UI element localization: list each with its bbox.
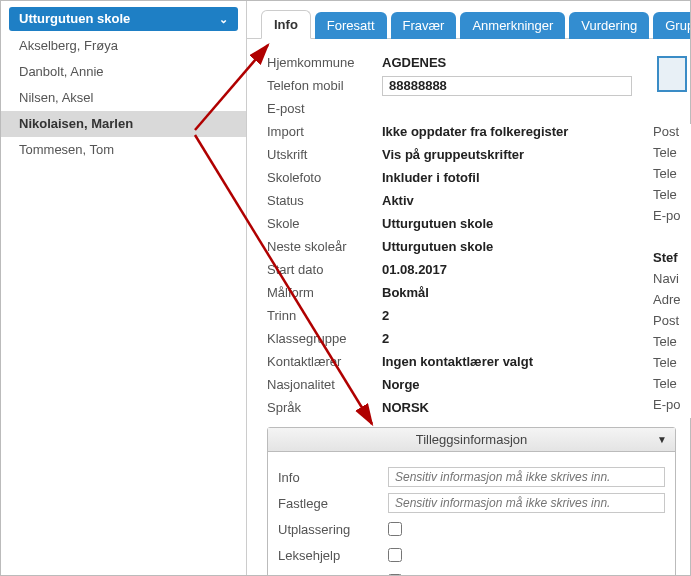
- right-edge-labels: PostTeleTeleTeleE-poStefNaviAdrePostTele…: [649, 124, 691, 418]
- right-cutoff-label: Tele: [649, 187, 691, 208]
- value-start-dato: 01.08.2017: [382, 262, 447, 277]
- chevron-down-icon: ⌄: [219, 7, 228, 31]
- student-item[interactable]: Nilsen, Aksel: [1, 85, 246, 111]
- label-acc-utplassering: Utplassering: [278, 522, 388, 537]
- label-skole: Skole: [267, 216, 382, 231]
- tab-content-info: Hjemkommune AGDENES Telefon mobil E-post…: [247, 39, 690, 575]
- student-item[interactable]: Nikolaisen, Marlen: [1, 111, 246, 137]
- tab-info[interactable]: Info: [261, 10, 311, 39]
- label-klassegruppe: Klassegruppe: [267, 331, 382, 346]
- input-acc-fastlege[interactable]: [388, 493, 665, 513]
- accordion-tillegg: Tilleggsinformasjon ▼ Info Fastlege Utpl…: [267, 427, 676, 575]
- label-malform: Målform: [267, 285, 382, 300]
- label-telefon-mobil: Telefon mobil: [267, 78, 382, 93]
- label-nasjonalitet: Nasjonalitet: [267, 377, 382, 392]
- student-item[interactable]: Tommesen, Tom: [1, 137, 246, 163]
- label-start-dato: Start dato: [267, 262, 382, 277]
- checkbox-utplassering[interactable]: [388, 522, 402, 536]
- right-cutoff-label: Tele: [649, 376, 691, 397]
- right-cutoff-label: Post: [649, 313, 691, 334]
- value-neste-skolear: Utturgutuen skole: [382, 239, 493, 254]
- label-status: Status: [267, 193, 382, 208]
- checkbox-skoleskyss[interactable]: [388, 574, 402, 575]
- right-cutoff-label: Navi: [649, 271, 691, 292]
- right-cutoff-label: Post: [649, 124, 691, 145]
- label-import: Import: [267, 124, 382, 139]
- label-epost: E-post: [267, 101, 382, 116]
- main-panel: InfoForesattFraværAnmerkningerVurderingG…: [247, 1, 690, 575]
- right-cutoff-label: Tele: [649, 334, 691, 355]
- value-sprak: NORSK: [382, 400, 429, 415]
- value-skole: Utturgutuen skole: [382, 216, 493, 231]
- label-acc-skoleskyss: Rett til skoleskyss: [278, 574, 388, 576]
- student-list: Akselberg, FrøyaDanbolt, AnnieNilsen, Ak…: [1, 33, 246, 163]
- right-cutoff-label: Tele: [649, 166, 691, 187]
- school-selector[interactable]: Utturgutuen skole ⌄: [9, 7, 238, 31]
- label-skolefoto: Skolefoto: [267, 170, 382, 185]
- tab-bar: InfoForesattFraværAnmerkningerVurderingG…: [247, 1, 690, 39]
- student-photo: [657, 56, 687, 92]
- value-utskrift: Vis på gruppeutskrifter: [382, 147, 524, 162]
- right-cutoff-label: E-po: [649, 397, 691, 418]
- label-utskrift: Utskrift: [267, 147, 382, 162]
- school-name: Utturgutuen skole: [19, 7, 130, 31]
- input-telefon-mobil[interactable]: [382, 76, 632, 96]
- input-acc-info[interactable]: [388, 467, 665, 487]
- label-sprak: Språk: [267, 400, 382, 415]
- right-cutoff-label: Stef: [649, 250, 691, 271]
- right-cutoff-label: [649, 229, 691, 250]
- caret-down-icon: ▼: [657, 434, 667, 445]
- label-hjemkommune: Hjemkommune: [267, 55, 382, 70]
- right-cutoff-label: E-po: [649, 208, 691, 229]
- checkbox-leksehjelp[interactable]: [388, 548, 402, 562]
- tab-vurdering[interactable]: Vurdering: [569, 12, 649, 39]
- value-malform: Bokmål: [382, 285, 429, 300]
- label-acc-info: Info: [278, 470, 388, 485]
- sidebar: Utturgutuen skole ⌄ Akselberg, FrøyaDanb…: [1, 1, 247, 575]
- right-cutoff-label: Tele: [649, 145, 691, 166]
- student-item[interactable]: Danbolt, Annie: [1, 59, 246, 85]
- value-skolefoto: Inkluder i fotofil: [382, 170, 480, 185]
- value-nasjonalitet: Norge: [382, 377, 420, 392]
- label-trinn: Trinn: [267, 308, 382, 323]
- value-trinn: 2: [382, 308, 389, 323]
- label-acc-fastlege: Fastlege: [278, 496, 388, 511]
- tab-anmerkninger[interactable]: Anmerkninger: [460, 12, 565, 39]
- tab-foresatt[interactable]: Foresatt: [315, 12, 387, 39]
- value-hjemkommune: AGDENES: [382, 55, 446, 70]
- right-cutoff-label: Tele: [649, 355, 691, 376]
- value-import: Ikke oppdater fra folkeregister: [382, 124, 568, 139]
- tab-grupper[interactable]: Grupper: [653, 12, 690, 39]
- label-acc-leksehjelp: Leksehjelp: [278, 548, 388, 563]
- value-status: Aktiv: [382, 193, 414, 208]
- right-cutoff-label: Adre: [649, 292, 691, 313]
- value-klassegruppe: 2: [382, 331, 389, 346]
- label-kontaktlaerer: Kontaktlærer: [267, 354, 382, 369]
- label-neste-skolear: Neste skoleår: [267, 239, 382, 254]
- student-item[interactable]: Akselberg, Frøya: [1, 33, 246, 59]
- accordion-header[interactable]: Tilleggsinformasjon ▼: [268, 428, 675, 452]
- accordion-title: Tilleggsinformasjon: [416, 432, 528, 447]
- value-kontaktlaerer: Ingen kontaktlærer valgt: [382, 354, 533, 369]
- tab-fravær[interactable]: Fravær: [391, 12, 457, 39]
